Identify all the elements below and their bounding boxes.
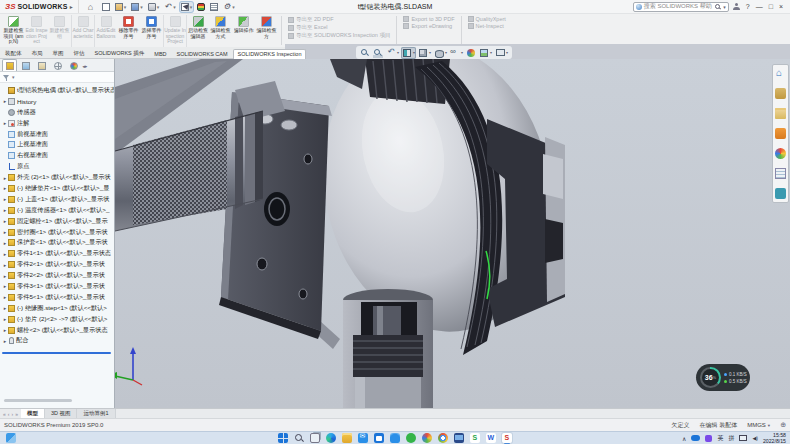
dropdown-caret-icon[interactable]: ▾ (140, 4, 143, 10)
export-menu-item[interactable]: Export to 3D PDF (403, 16, 454, 22)
export-menu-item[interactable]: 导出至 SOLIDWORKS Inspection 项目 (288, 32, 390, 39)
ribbon-button[interactable]: Edit Inspection Project (25, 15, 48, 47)
dropdown-caret-icon[interactable]: ▾ (461, 50, 463, 55)
dropdown-caret-icon[interactable]: ▾ (413, 50, 415, 55)
3d-model[interactable] (115, 59, 790, 408)
dropdown-caret-icon[interactable]: ▾ (506, 50, 508, 55)
prev-tab-icon[interactable]: ‹ (8, 411, 10, 417)
heads-up-button[interactable]: ▾ (433, 47, 448, 59)
heads-up-button[interactable]: ▾ (494, 47, 509, 59)
ribbon-button[interactable]: 编辑操作 (232, 15, 255, 47)
tree-item[interactable]: ▸ 上视基准面 (2, 139, 114, 150)
ribbon-tab[interactable]: 装配体 (0, 48, 27, 58)
heads-up-button[interactable]: ▾ (478, 47, 493, 59)
ribbon-tab[interactable]: SOLIDWORKS 插件 (90, 48, 150, 58)
export-menu-item[interactable]: Net-Inspect (468, 23, 506, 29)
dropdown-caret-icon[interactable]: ▾ (429, 50, 431, 55)
tray-chevron-icon[interactable] (682, 435, 686, 442)
heads-up-button[interactable]: ▾ (359, 47, 371, 59)
quick-access-button[interactable]: ▾ (147, 2, 161, 12)
heads-up-button[interactable]: ▾ (417, 47, 432, 59)
tree-item[interactable]: ▸ 原点 (2, 161, 114, 172)
ribbon-tab[interactable]: SOLIDWORKS CAM (172, 49, 233, 58)
ribbon-button[interactable]: 选择零件序号 (140, 15, 163, 47)
taskbar-app-icon[interactable] (294, 433, 304, 443)
tree-item[interactable]: ▸ 外壳 (2)<1> (默认<<默认>_显示状 (2, 172, 114, 183)
ribbon-button[interactable]: 新建检查项目 (amp;N) (2, 15, 25, 47)
onedrive-icon[interactable] (691, 435, 700, 441)
dropdown-caret-icon[interactable]: ▾ (490, 50, 492, 55)
task-pane-icon[interactable] (775, 88, 786, 99)
feature-panel-tab[interactable] (66, 59, 81, 71)
tree-item[interactable]: ▸ History (2, 96, 114, 107)
export-menu-item[interactable]: 导出至 2D PDF (288, 16, 390, 23)
tree-item[interactable]: ▸ 右视基准面 (2, 150, 114, 161)
taskbar-app-icon[interactable] (486, 433, 496, 443)
tree-item[interactable]: ▸ 保护套<1> (默认<<默认>_显示状 (2, 237, 114, 248)
display-icon[interactable] (739, 435, 747, 441)
tree-item[interactable]: ▸ 前视基准面 (2, 129, 114, 140)
heads-up-button[interactable]: ▾ (449, 47, 464, 59)
quick-access-button[interactable]: ▾ (196, 2, 206, 12)
filter-caret-icon[interactable]: ▾ (12, 74, 15, 80)
search-options-caret[interactable]: ▾ (723, 4, 726, 10)
tree-item[interactable]: ▸ (-) 温度传感器<1> (默认<<默认>_ (2, 205, 114, 216)
tree-item[interactable]: ▸ t型铠装热电偶 (默认<默认_显示状态-1 (2, 85, 114, 96)
export-menu-item[interactable]: QualityXpert (468, 16, 506, 22)
document-tab[interactable]: 3D 视图 (45, 409, 78, 418)
quick-access-button[interactable]: ▾ (180, 2, 194, 12)
widgets-icon[interactable] (6, 433, 16, 443)
tree-item[interactable]: ▸ 传感器 (2, 107, 114, 118)
taskbar-app-icon[interactable] (470, 433, 480, 443)
task-pane-icon[interactable] (775, 68, 786, 79)
globe-icon[interactable]: ⊕ (780, 421, 786, 429)
help-search-box[interactable]: 搜索 SOLIDWORKS 帮助 ▾ (633, 2, 729, 12)
tree-item[interactable]: ▸ 零件2<1> (默认<<默认>_显示状 (2, 259, 114, 270)
quick-access-button[interactable]: ▾ (163, 2, 177, 12)
dropdown-caret-icon[interactable]: ▾ (157, 4, 160, 10)
taskbar-app-icon[interactable] (358, 433, 368, 443)
ribbon-button[interactable]: Add Characteristic (71, 15, 94, 47)
graphics-area[interactable]: 36% 0.1 KB/S 0.5 KB/S (115, 59, 790, 408)
document-tab[interactable]: 运动算例1 (77, 409, 115, 418)
dropdown-caret-icon[interactable]: ▾ (232, 4, 235, 10)
tree-item[interactable]: ▸ 注解 (2, 118, 114, 129)
last-tab-icon[interactable]: » (15, 411, 18, 417)
quick-access-button[interactable]: ▾ (101, 2, 111, 12)
tree-item[interactable]: ▸ 固定螺栓<1> (默认<<默认>_显示 (2, 216, 114, 227)
taskbar-app-icon[interactable] (310, 433, 320, 443)
tree-item[interactable]: ▸ 零件5<1> (默认<<默认>_显示状 (2, 292, 114, 303)
taskbar-app-icon[interactable] (406, 433, 416, 443)
feature-panel-tab[interactable] (50, 59, 65, 71)
feature-panel-tab[interactable] (82, 59, 92, 71)
taskbar-app-icon[interactable] (342, 433, 352, 443)
dropdown-caret-icon[interactable]: ▾ (397, 50, 399, 55)
quick-access-button[interactable]: ▾ (130, 2, 144, 12)
tree-item[interactable]: ▸ (-) 绝缘圈.step<1> (默认<<默认> (2, 303, 114, 314)
task-pane-icon[interactable] (775, 128, 786, 139)
tree-item[interactable]: ▸ (-) 垫片 (2)<2> ->? (默认<<默认> (2, 314, 114, 325)
taskbar-app-icon[interactable] (438, 433, 448, 443)
security-icon[interactable] (705, 435, 712, 442)
tree-item[interactable]: ▸ 零件1<1> (默认<<默认>_显示状态 (2, 248, 114, 259)
ribbon-button[interactable]: 编辑检查方式 (209, 15, 232, 47)
ribbon-tab[interactable]: SOLIDWORKS Inspection (233, 49, 307, 59)
tree-item[interactable]: ▸ (-) 绝缘垫片<1> (默认<<默认>_显 (2, 183, 114, 194)
tree-item[interactable]: ▸ 密封圈<1> (默认<<默认>_显示状 (2, 227, 114, 238)
tree-item[interactable]: ▸ 配合 (2, 335, 114, 346)
taskbar-app-icon[interactable] (326, 433, 336, 443)
tree-horizontal-scrollbar[interactable] (4, 399, 72, 402)
restore-button[interactable]: □ (769, 3, 773, 10)
tree-item[interactable]: ▸ 零件3<1> (默认<<默认>_显示状 (2, 281, 114, 292)
tree-item[interactable]: ▸ 螺栓<2> (默认<<默认>_显示状态 (2, 325, 114, 336)
user-account-icon[interactable] (733, 3, 740, 10)
ribbon-button[interactable]: 启动检查编辑器 (186, 15, 209, 47)
ribbon-button[interactable]: 新建检查组 (48, 15, 71, 47)
tray-clock[interactable]: 15:58 2022/8/15 (763, 432, 786, 444)
tree-end-bar[interactable] (2, 352, 111, 354)
minimize-button[interactable]: — (756, 3, 763, 10)
feature-panel-tab[interactable] (2, 59, 17, 71)
ribbon-tab[interactable]: 评估 (69, 48, 90, 58)
ribbon-button[interactable]: Update Inspection Project (163, 15, 186, 47)
close-button[interactable]: × (779, 3, 783, 10)
